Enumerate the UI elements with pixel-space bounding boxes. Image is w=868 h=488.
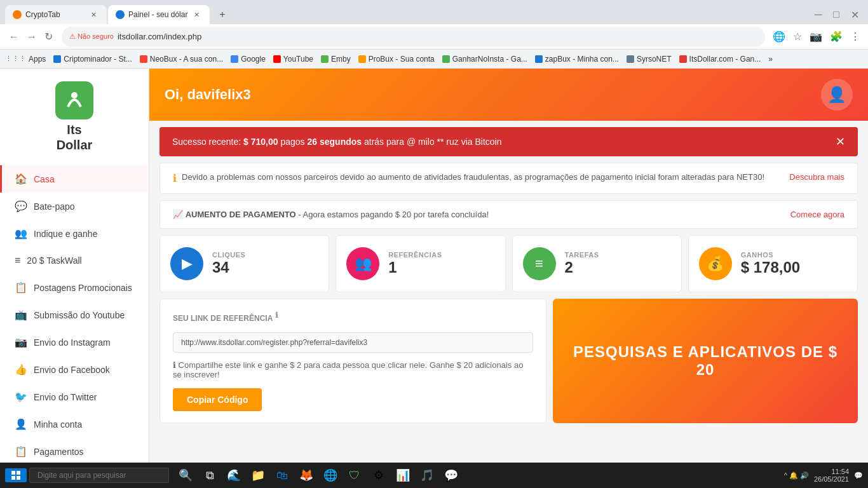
success-text: Sucesso recente: $ 710,00 pagos 26 segun…	[172, 137, 502, 147]
referral-link-input[interactable]	[173, 332, 533, 353]
forward-button[interactable]: →	[23, 29, 41, 45]
casa-icon: 🏠	[15, 173, 27, 185]
banner-close-button[interactable]: ✕	[836, 135, 845, 149]
bookmark-apps[interactable]: ⋮⋮⋮ Apps	[5, 55, 46, 64]
sidebar-item-taskwall[interactable]: ≡ 20 $ TaskWall	[0, 247, 149, 274]
promo-text: PESQUISAS E APLICATIVOS DE $ 20	[566, 343, 845, 379]
start-now-link[interactable]: Comece agora	[790, 210, 844, 219]
referencias-value: 1	[388, 259, 442, 276]
referral-box: SEU LINK DE REFERÊNCIA ℹ ℹ Compartilhe e…	[159, 299, 546, 423]
tab-bar: CryptoTab ✕ Painel - seu dólar ✕ + ─ □ ✕	[0, 0, 868, 24]
tarefas-icon: ≡	[523, 247, 556, 280]
sidebar-item-facebook[interactable]: 👍 Envio do Facebook	[0, 356, 149, 383]
taskbar-app-firefox[interactable]: 🦊	[295, 464, 318, 487]
menu-button[interactable]: ⋮	[848, 28, 863, 45]
bookmark-probux[interactable]: ProBux - Sua conta	[358, 55, 435, 64]
stat-card-cliques: ▶ CLIQUES 34	[159, 235, 329, 292]
success-before: Sucesso recente:	[172, 137, 241, 147]
sidebar-label-bate-papo: Bate-papo	[34, 201, 75, 212]
taskbar-app-task-view[interactable]: ⧉	[198, 464, 221, 487]
copy-code-button[interactable]: Copiar Código	[173, 388, 262, 411]
tab-cryptotab[interactable]: CryptoTab ✕	[5, 5, 107, 24]
taskbar-app-app1[interactable]: ⚙	[367, 464, 390, 487]
back-button[interactable]: ←	[5, 29, 23, 45]
cliques-icon: ▶	[170, 247, 203, 280]
bookmark-google[interactable]: Google	[231, 55, 266, 64]
taskbar: 🔍 ⧉ 🌊 📁 🛍 🦊 🌐 🛡 ⚙ 📊 🎵 💬 ^ 🔔 🔊 11:54 26/0…	[0, 463, 868, 488]
taskbar-app-files[interactable]: 📁	[247, 464, 269, 487]
promo-box[interactable]: PESQUISAS E APLICATIVOS DE $ 20	[553, 299, 858, 423]
taskbar-app-app4[interactable]: 💬	[440, 464, 463, 487]
svg-rect-4	[11, 476, 15, 480]
taskbar-search[interactable]	[29, 468, 169, 483]
sidebar-item-postagens[interactable]: 📋 Postagens Promocionais	[0, 274, 149, 301]
tab-close-painel[interactable]: ✕	[191, 10, 202, 20]
sidebar-item-bate-papo[interactable]: 💬 Bate-papo	[0, 193, 149, 220]
payment-desc: - Agora estamos pagando $ 20 por tarefa …	[298, 210, 489, 219]
stat-card-tarefas: ≡ TAREFAS 2	[512, 235, 682, 292]
start-button[interactable]	[5, 468, 27, 482]
refresh-button[interactable]: ↻	[41, 28, 57, 45]
taskbar-date-display: 26/05/2021	[814, 475, 849, 483]
taskbar-notification[interactable]: 💬	[854, 471, 863, 480]
indique-icon: 👥	[15, 227, 27, 240]
close-window-button[interactable]: ✕	[847, 6, 863, 24]
screenshot-button[interactable]: 📷	[807, 28, 825, 45]
stat-card-ganhos: 💰 GANHOS $ 178,00	[688, 235, 858, 292]
bookmark-ganharinsta[interactable]: GanharNoInsta - Ga...	[442, 55, 527, 64]
sidebar-item-instagram[interactable]: 📷 Envio do Instagram	[0, 329, 149, 356]
bookmark-emby[interactable]: Emby	[321, 55, 351, 64]
tab-close-cryptotab[interactable]: ✕	[88, 10, 99, 20]
referral-label: SEU LINK DE REFERÊNCIA ℹ	[173, 311, 533, 326]
sidebar-item-youtube[interactable]: 📺 Submissão do Youtube	[0, 301, 149, 329]
tarefas-value: 2	[565, 259, 599, 276]
taskbar-app-search[interactable]: 🔍	[174, 464, 197, 487]
taskwall-icon: ≡	[15, 255, 20, 266]
referral-info-icon: ℹ	[275, 311, 278, 320]
bookmark-youtube[interactable]: YouTube	[273, 55, 313, 64]
bookmark-syrsonet[interactable]: SyrsoNET	[627, 55, 672, 64]
taskbar-app-chrome[interactable]: 🌐	[319, 464, 342, 487]
info-icon: ℹ	[173, 172, 177, 184]
sidebar-label-instagram: Envio do Instagram	[34, 337, 111, 348]
taskbar-clock: 11:54 26/05/2021	[814, 468, 849, 483]
minimize-button[interactable]: ─	[811, 6, 825, 24]
sidebar-label-postagens: Postagens Promocionais	[34, 283, 132, 293]
discover-more-link[interactable]: Descubra mais	[789, 172, 844, 182]
payment-increase-text: 📈 AUMENTO DE PAGAMENTO - Agora estamos p…	[173, 210, 489, 219]
bookmark-itsdollar[interactable]: ItsDollar.com - Gan...	[679, 55, 761, 64]
tarefas-data: TAREFAS 2	[565, 251, 599, 276]
taskbar-app-app3[interactable]: 🎵	[416, 464, 438, 487]
sidebar-label-minha-conta: Minha conta	[34, 419, 82, 430]
sidebar-item-indique-ganhe[interactable]: 👥 Indique e ganhe	[0, 220, 149, 247]
taskbar-app-vpn[interactable]: 🛡	[343, 464, 366, 487]
bookmark-neobux[interactable]: NeoBux - A sua con...	[140, 55, 223, 64]
maximize-button[interactable]: □	[829, 6, 843, 24]
sidebar-label-casa: Casa	[34, 174, 55, 184]
tarefas-label: TAREFAS	[565, 251, 599, 259]
bookmark-criptominador[interactable]: Criptominador - St...	[53, 55, 132, 64]
tab-painel[interactable]: Painel - seu dólar ✕	[108, 5, 210, 24]
svg-rect-3	[17, 471, 20, 475]
address-bar[interactable]: ⚠ Não seguro itsdollar.com/index.php	[62, 27, 765, 47]
bookmark-button[interactable]: ☆	[790, 28, 804, 45]
success-middle: pagos	[280, 137, 304, 147]
logo-text: ItsDollar	[57, 122, 93, 152]
new-tab-button[interactable]: +	[214, 6, 231, 24]
sidebar-item-twitter[interactable]: 🐦 Envio do Twitter	[0, 383, 149, 410]
minha-conta-icon: 👤	[15, 418, 27, 430]
greeting-avatar: 👤	[821, 79, 853, 111]
youtube-icon: 📺	[15, 309, 27, 321]
bookmark-zapbux[interactable]: zapBux - Minha con...	[535, 55, 619, 64]
sidebar-item-casa[interactable]: 🏠 Casa	[0, 165, 149, 193]
translate-button[interactable]: 🌐	[770, 28, 788, 45]
bottom-row: SEU LINK DE REFERÊNCIA ℹ ℹ Compartilhe e…	[159, 299, 858, 423]
bookmark-more[interactable]: »	[768, 55, 773, 64]
sidebar-item-minha-conta[interactable]: 👤 Minha conta	[0, 410, 149, 438]
taskbar-app-store[interactable]: 🛍	[271, 464, 294, 487]
taskbar-app-app2[interactable]: 📊	[391, 464, 414, 487]
taskbar-app-edge[interactable]: 🌊	[222, 464, 245, 487]
referencias-label: REFERÊNCIAS	[388, 251, 442, 259]
sidebar-item-pagamentos[interactable]: 📋 Pagamentos	[0, 438, 149, 465]
extensions-button[interactable]: 🧩	[827, 28, 845, 45]
